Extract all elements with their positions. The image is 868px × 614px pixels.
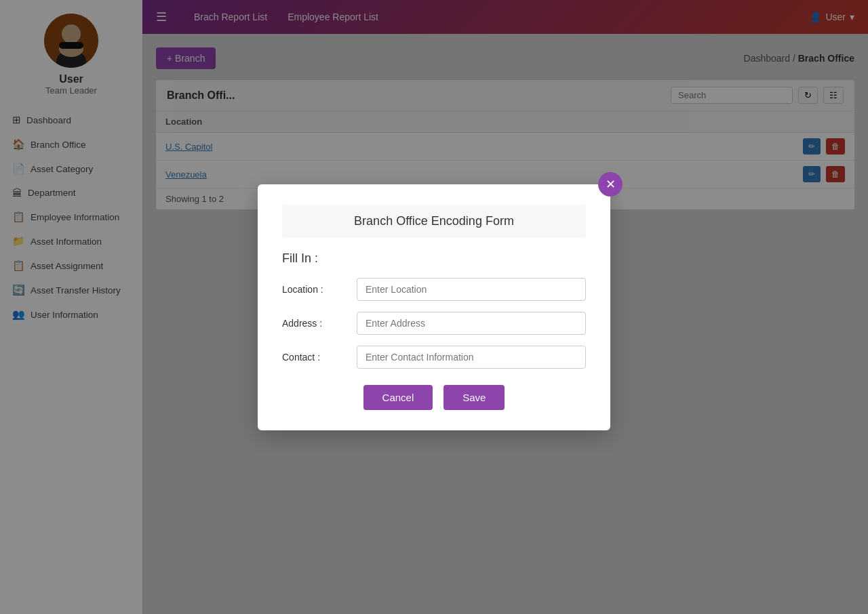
address-input[interactable] [357, 312, 586, 335]
close-icon: ✕ [606, 177, 616, 192]
modal: ✕ Branch Office Encoding Form Fill In : … [258, 184, 610, 430]
modal-subtitle: Fill In : [282, 251, 586, 266]
modal-title: Branch Office Encoding Form [282, 205, 586, 238]
address-label: Address : [282, 318, 357, 329]
location-label: Location : [282, 284, 357, 295]
modal-actions: Cancel Save [282, 385, 586, 410]
contact-label: Contact : [282, 352, 357, 363]
address-field-row: Address : [282, 312, 586, 335]
modal-close-button[interactable]: ✕ [598, 172, 623, 197]
location-field-row: Location : [282, 278, 586, 301]
save-button[interactable]: Save [443, 385, 505, 410]
contact-input[interactable] [357, 346, 586, 369]
cancel-button[interactable]: Cancel [363, 385, 433, 410]
contact-field-row: Contact : [282, 346, 586, 369]
location-input[interactable] [357, 278, 586, 301]
modal-overlay: ✕ Branch Office Encoding Form Fill In : … [0, 0, 868, 614]
